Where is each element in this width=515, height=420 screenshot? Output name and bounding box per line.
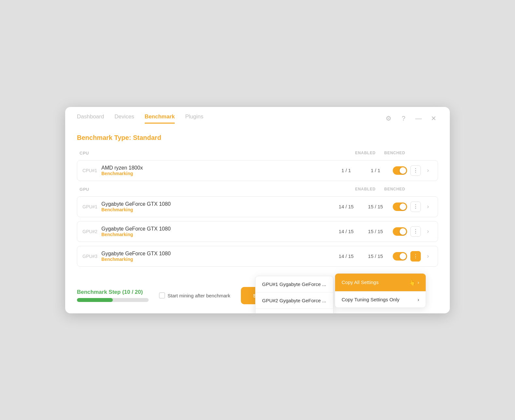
nav-tabs: Dashboard Devices Benchmark Plugins [77,113,203,124]
context-menu: GPU#1 Gygabyte GeForce ... GPU#2 Gygabyt… [255,273,426,313]
gpu3-chevron-button[interactable]: › [423,252,433,261]
submenu-list: GPU#1 Gygabyte GeForce ... GPU#2 Gygabyt… [255,276,333,313]
cpu-row-actions: ⋮ › [390,165,433,176]
gpu3-benched-val: 15 / 15 [361,253,390,259]
cpu-section-header: CPU ENABLED BENCHED [77,151,438,158]
progress-bar-wrap [77,298,149,302]
cpu-section: CPU ENABLED BENCHED CPU#1 AMD ryzen 1800… [77,151,438,181]
copy-all-settings-button[interactable]: Copy All Settings 👆 › [335,274,426,292]
gpu-section-header: GPU ENABLED BENCHED [77,187,438,194]
gpu2-chevron-button[interactable]: › [423,227,433,236]
gpu2-row-actions: ⋮ › [390,226,433,237]
titlebar-actions: ⚙ ? — ✕ [384,114,438,123]
tab-plugins[interactable]: Plugins [185,113,203,124]
gpu-enabled-col: ENABLED [351,187,380,191]
copy-tuning-arrow-icon: › [418,297,419,302]
gpu3-name: Gygabyte GeForce GTX 1080 [101,251,331,257]
gpu-benched-col: BENCHED [380,187,409,191]
gpu3-enabled-val: 14 / 15 [331,253,361,259]
tab-benchmark[interactable]: Benchmark [145,113,175,124]
gpu1-status: Benchmarking [101,207,331,212]
gpu1-toggle[interactable] [393,202,407,211]
gpu2-toggle[interactable] [393,227,407,236]
gpu3-toggle[interactable] [393,252,407,261]
cpu-label: CPU [80,151,351,156]
gpu-label: GPU [80,187,351,192]
settings-icon[interactable]: ⚙ [384,114,393,123]
gpu2-dots-button[interactable]: ⋮ [410,226,421,237]
minimize-icon[interactable]: — [414,114,423,123]
titlebar: Dashboard Devices Benchmark Plugins ⚙ ? … [65,107,450,124]
gpu1-enabled-val: 14 / 15 [331,204,361,209]
cpu-chevron-button[interactable]: › [423,166,433,175]
mining-label: Start mining after benchmark [168,293,230,298]
gpu2-status: Benchmarking [101,232,331,237]
cpu-enabled-col: ENABLED [351,151,380,155]
cpu-toggle[interactable] [393,166,407,175]
cpu-info: AMD ryzen 1800x Benchmarking [101,165,331,176]
gpu2-benched-val: 15 / 15 [361,229,390,234]
mining-checkbox-area: Start mining after benchmark [159,292,230,298]
table-row: GPU#3 Gygabyte GeForce GTX 1080 Benchmar… [77,246,438,267]
cpu-benched-val: 1 / 1 [361,168,390,173]
copy-menu: Copy All Settings 👆 › Copy Tuning Settin… [335,273,426,308]
gpu1-chevron-button[interactable]: › [423,202,433,211]
cpu-name: AMD ryzen 1800x [101,165,331,171]
cpu-benched-col: BENCHED [380,151,409,155]
submenu-item-gpu3[interactable]: GPU#3 Gygabyte GeForce ... [256,309,333,313]
gpu1-info: Gygabyte GeForce GTX 1080 Benchmarking [101,201,331,212]
main-content: Benchmark Type: Standard CPU ENABLED BEN… [65,124,450,282]
copy-tuning-settings-button[interactable]: Copy Tuning Settings Only › [335,292,426,308]
gpu3-id: GPU#3 [82,254,101,259]
cpu-enabled-val: 1 / 1 [331,168,361,173]
tab-devices[interactable]: Devices [114,113,134,124]
tab-dashboard[interactable]: Dashboard [77,113,104,124]
mining-checkbox[interactable] [159,292,165,298]
gpu2-enabled-val: 14 / 15 [331,229,361,234]
gpu3-row-actions: ⋮ › [390,251,433,262]
cpu-id: CPU#1 [82,168,101,173]
gpu3-info: Gygabyte GeForce GTX 1080 Benchmarking [101,251,331,262]
gpu3-status: Benchmarking [101,257,331,262]
gpu-section: GPU ENABLED BENCHED GPU#1 Gygabyte GeFor… [77,187,438,267]
progress-bar-fill [77,298,113,302]
table-row: CPU#1 AMD ryzen 1800x Benchmarking 1 / 1… [77,160,438,181]
gpu1-benched-val: 15 / 15 [361,204,390,209]
gpu2-id: GPU#2 [82,229,101,234]
copy-all-arrow-icon: › [418,279,419,285]
gpu1-dots-button[interactable]: ⋮ [410,202,421,212]
cpu-dots-button[interactable]: ⋮ [410,165,421,176]
main-window: Dashboard Devices Benchmark Plugins ⚙ ? … [65,107,450,313]
table-row: GPU#2 Gygabyte GeForce GTX 1080 Benchmar… [77,221,438,242]
benchmark-step-label: Benchmark Step (10 / 20) [77,289,149,302]
table-row: GPU#1 Gygabyte GeForce GTX 1080 Benchmar… [77,196,438,217]
gpu1-row-actions: ⋮ › [390,202,433,212]
gpu3-dots-button[interactable]: ⋮ [410,251,421,262]
close-icon[interactable]: ✕ [429,114,438,123]
submenu-item-gpu1[interactable]: GPU#1 Gygabyte GeForce ... [256,276,333,292]
gpu2-info: Gygabyte GeForce GTX 1080 Benchmarking [101,226,331,237]
cpu-status: Benchmarking [101,171,331,176]
gpu1-id: GPU#1 [82,204,101,209]
help-icon[interactable]: ? [399,114,408,123]
gpu2-name: Gygabyte GeForce GTX 1080 [101,226,331,232]
hand-cursor-icon: 👆 [408,279,416,286]
benchmark-type-label: Benchmark Type: Standard [77,134,438,142]
submenu-item-gpu2[interactable]: GPU#2 Gygabyte GeForce ... [256,292,333,309]
gpu1-name: Gygabyte GeForce GTX 1080 [101,201,331,207]
